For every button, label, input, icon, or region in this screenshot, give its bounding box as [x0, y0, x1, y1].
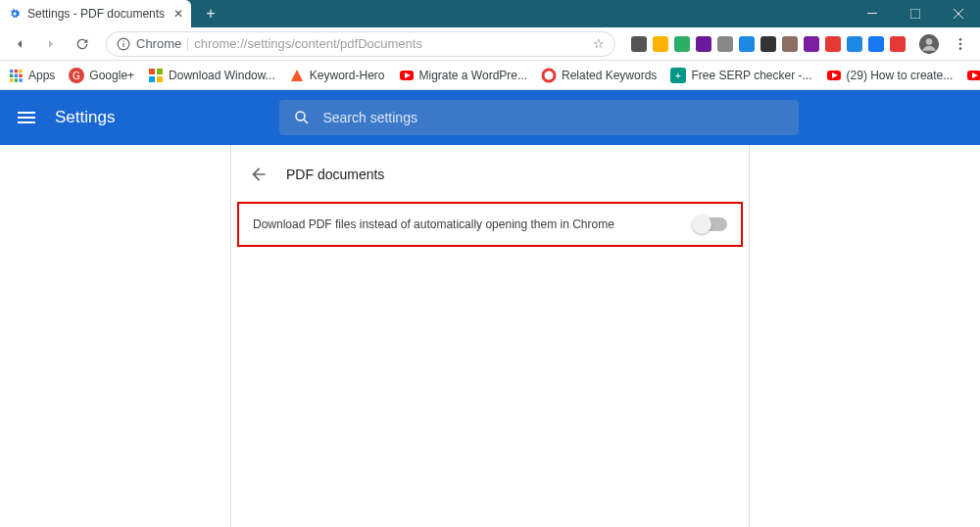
- bookmark-label: Keyword-Hero: [310, 69, 385, 82]
- svg-marker-27: [291, 70, 303, 81]
- gplus-icon: G: [69, 68, 84, 83]
- omnibox-url: chrome://settings/content/pdfDocuments: [194, 36, 587, 51]
- omnibox-separator: [187, 37, 188, 51]
- yt-icon: [399, 68, 415, 83]
- serp-icon: +: [670, 68, 686, 83]
- bookmark-label: (29) How to create...: [847, 69, 954, 82]
- bookmark-item[interactable]: Hang Ups (Want Yo...: [966, 68, 980, 83]
- bookmark-label: Related Keywords: [562, 69, 657, 82]
- svg-point-37: [296, 112, 305, 120]
- page-title: PDF documents: [286, 167, 384, 182]
- bookmark-item[interactable]: Related Keywords: [541, 68, 657, 83]
- svg-text:G: G: [73, 71, 80, 81]
- bookmark-item[interactable]: Download Window...: [148, 68, 275, 83]
- svg-rect-13: [15, 70, 18, 72]
- svg-point-10: [959, 42, 962, 45]
- svg-rect-20: [19, 78, 22, 81]
- svg-point-11: [959, 47, 962, 50]
- facebook-icon[interactable]: [868, 36, 884, 52]
- window-controls: [851, 0, 980, 27]
- svg-text:+: +: [675, 71, 681, 81]
- equalizer-icon[interactable]: [717, 36, 733, 52]
- bookmark-label: Download Window...: [169, 69, 275, 82]
- settings-content: PDF documents Download PDF files instead…: [0, 145, 980, 527]
- bookmark-label: Google+: [89, 69, 134, 82]
- settings-title: Settings: [55, 108, 115, 127]
- svg-rect-26: [157, 76, 163, 82]
- menu-icon[interactable]: [18, 108, 37, 127]
- svg-point-30: [543, 70, 555, 81]
- bookmark-item[interactable]: Keyword-Hero: [289, 68, 385, 83]
- panel-header: PDF documents: [231, 149, 749, 200]
- settings-header: Settings: [0, 90, 980, 145]
- back-arrow-icon[interactable]: [249, 165, 269, 184]
- maximize-button[interactable]: [894, 0, 937, 27]
- svg-rect-15: [10, 73, 13, 76]
- tab-title: Settings - PDF documents: [27, 7, 168, 21]
- svg-rect-25: [149, 76, 155, 82]
- gear-icon: [8, 7, 22, 21]
- browser-toolbar: Chrome chrome://settings/content/pdfDocu…: [0, 27, 980, 61]
- f-red-icon[interactable]: [890, 36, 906, 52]
- svg-rect-23: [149, 69, 155, 74]
- bookmark-item[interactable]: GGoogle+: [69, 68, 134, 83]
- window-titlebar: Settings - PDF documents ✕ +: [0, 0, 980, 27]
- settings-panel: PDF documents Download PDF files instead…: [230, 145, 750, 527]
- close-icon[interactable]: ✕: [173, 7, 183, 21]
- window-close-button[interactable]: [937, 0, 980, 27]
- back-button[interactable]: [6, 30, 33, 58]
- svg-point-8: [926, 38, 933, 45]
- browser-menu-button[interactable]: [947, 30, 974, 58]
- site-info-icon[interactable]: [117, 37, 130, 51]
- bookmark-item[interactable]: Apps: [8, 68, 55, 83]
- settings-search-input[interactable]: [322, 110, 785, 125]
- ring-icon: [541, 68, 557, 83]
- grid-red-icon[interactable]: [825, 36, 841, 52]
- settings-search[interactable]: [279, 100, 799, 135]
- svg-rect-18: [10, 78, 13, 81]
- bookmarks-bar: AppsGGoogle+Download Window...Keyword-He…: [0, 61, 980, 90]
- norton-icon[interactable]: [653, 36, 668, 52]
- calendar-icon[interactable]: [847, 36, 862, 52]
- forward-button[interactable]: [37, 30, 65, 58]
- svg-rect-17: [19, 73, 22, 76]
- toggle-download-pdf[interactable]: [694, 217, 727, 231]
- k-icon[interactable]: [696, 36, 711, 52]
- svg-rect-0: [867, 13, 877, 14]
- yt-icon: [966, 68, 980, 83]
- browser-tab[interactable]: Settings - PDF documents ✕: [0, 0, 191, 27]
- setting-row-download-pdf: Download PDF files instead of automatica…: [237, 202, 743, 247]
- kh-icon: [289, 68, 305, 83]
- svg-rect-16: [15, 73, 18, 76]
- bookmark-item[interactable]: +Free SERP checker -...: [670, 68, 811, 83]
- camera-icon[interactable]: [631, 36, 647, 52]
- omnibox-scheme: Chrome: [136, 36, 181, 51]
- bookmark-star-icon[interactable]: ☆: [593, 36, 605, 51]
- svg-rect-12: [10, 70, 13, 72]
- extension-icons: [625, 36, 911, 52]
- display-icon[interactable]: [760, 36, 776, 52]
- setting-label: Download PDF files instead of automatica…: [253, 217, 694, 231]
- svg-rect-6: [122, 40, 123, 41]
- reload-button[interactable]: [69, 30, 96, 58]
- svg-line-38: [305, 120, 309, 123]
- box-icon[interactable]: [739, 36, 755, 52]
- cookie-icon[interactable]: [782, 36, 798, 52]
- bookmark-item[interactable]: Migrate a WordPre...: [399, 68, 527, 83]
- new-tab-button[interactable]: +: [199, 2, 222, 25]
- svg-rect-5: [122, 42, 123, 46]
- profile-avatar[interactable]: [915, 30, 943, 58]
- svg-rect-14: [19, 70, 22, 72]
- svg-point-9: [959, 38, 962, 41]
- yt-icon: [826, 68, 842, 83]
- bookmark-item[interactable]: (29) How to create...: [826, 68, 954, 83]
- ms-icon: [148, 68, 164, 83]
- minimize-button[interactable]: [851, 0, 894, 27]
- search-icon: [293, 109, 311, 126]
- evernote-icon[interactable]: [674, 36, 690, 52]
- svg-rect-19: [15, 78, 18, 81]
- bookmark-label: Migrate a WordPre...: [419, 69, 527, 82]
- svg-rect-24: [157, 69, 163, 74]
- address-bar[interactable]: Chrome chrome://settings/content/pdfDocu…: [106, 31, 615, 57]
- download-icon[interactable]: [804, 36, 819, 52]
